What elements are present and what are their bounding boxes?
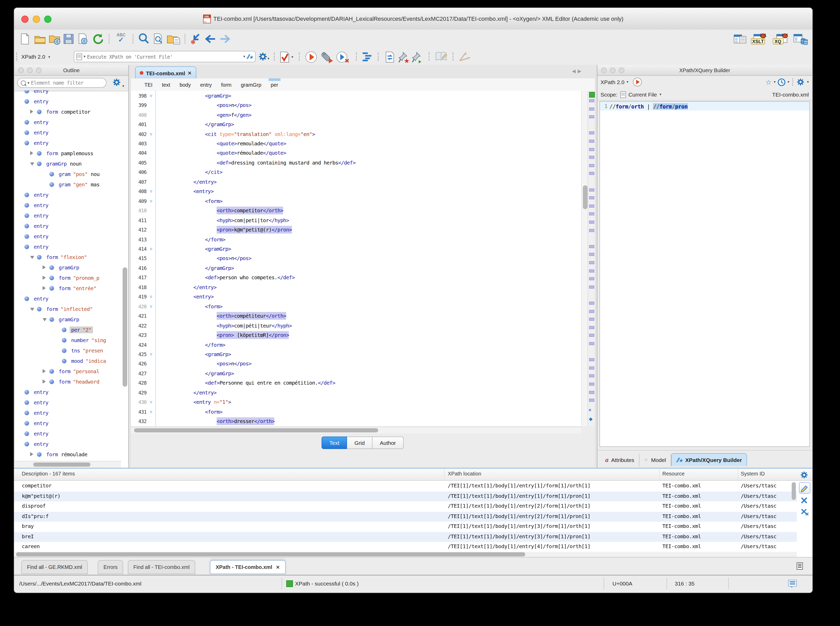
expand-icon[interactable] bbox=[42, 264, 47, 270]
pin-bookmark-green-icon[interactable] bbox=[412, 51, 423, 63]
editor-line-427[interactable]: 427</gramGrp> bbox=[131, 369, 581, 378]
editor-line-411[interactable]: 411<hyph>com|peti|tor</hyph> bbox=[131, 215, 581, 225]
result-marker[interactable] bbox=[589, 358, 594, 361]
editor-line-416[interactable]: 416</gramGrp> bbox=[131, 263, 581, 273]
pin-bookmark-red-icon[interactable]: ★ bbox=[399, 51, 410, 63]
results-settings-gear-icon[interactable] bbox=[800, 471, 808, 479]
outline-item-form[interactable]: form"entrée" bbox=[14, 283, 121, 293]
debug-xq-icon[interactable]: XQ bbox=[772, 33, 789, 45]
editor-line-419[interactable]: 419▽<entry> bbox=[131, 292, 581, 302]
editor-line-422[interactable]: 422<hyph>com|péti|teur</hyph> bbox=[131, 321, 581, 330]
forward-icon[interactable] bbox=[219, 33, 231, 45]
expand-icon[interactable] bbox=[30, 150, 35, 156]
database-perspective-icon[interactable] bbox=[793, 33, 806, 45]
favorites-star-icon[interactable]: ☆ bbox=[766, 78, 772, 86]
editor-line-402[interactable]: 402▽<cit type="translation" xml:lang="en… bbox=[131, 129, 581, 139]
mode-tab-author[interactable]: Author bbox=[372, 437, 404, 449]
outline-item-gram[interactable]: gram"pos"nou bbox=[14, 169, 121, 179]
editor-line-405[interactable]: 405<def>dressing containing mustard and … bbox=[131, 158, 581, 167]
collapse-icon[interactable] bbox=[30, 254, 35, 260]
result-marker[interactable] bbox=[589, 99, 594, 102]
refresh-icon[interactable] bbox=[92, 33, 104, 45]
spell-check-button[interactable]: ABC ✓ bbox=[114, 33, 128, 45]
outline-header[interactable]: Outline bbox=[14, 65, 128, 76]
tab-tei-combo[interactable]: TEI-combo.xml ✕ bbox=[135, 66, 196, 79]
expand-icon[interactable] bbox=[30, 451, 35, 457]
editor-line-404[interactable]: 404<quote>rémoulade</quote> bbox=[131, 148, 581, 158]
outline-item-tns[interactable]: tns"presen bbox=[14, 345, 121, 355]
save-url-button[interactable] bbox=[77, 33, 90, 45]
breadcrumb-item-TEI[interactable]: TEI bbox=[144, 82, 152, 88]
fold-toggle-icon[interactable]: ▽ bbox=[146, 199, 155, 203]
titlebar[interactable]: TEI-combo.xml [/Users/ttasovac/Developme… bbox=[14, 8, 812, 30]
fold-toggle-icon[interactable]: ▽ bbox=[146, 352, 155, 357]
new-file-button[interactable] bbox=[19, 33, 32, 45]
result-marker[interactable] bbox=[589, 399, 594, 402]
collapse-icon[interactable] bbox=[30, 306, 35, 312]
debug-scenario-button[interactable] bbox=[336, 51, 350, 63]
editor-line-417[interactable]: 417<def>person who competes.</def> bbox=[131, 273, 581, 282]
outline-horizontal-scrollbar[interactable] bbox=[33, 463, 90, 466]
result-marker[interactable] bbox=[589, 156, 594, 159]
editor-line-414[interactable]: 414▽<gramGrp> bbox=[131, 244, 581, 254]
close-all-results-icon[interactable] bbox=[801, 508, 809, 515]
outline-item-entry[interactable]: entry bbox=[14, 189, 121, 200]
overview-ruler[interactable]: × ❖ bbox=[587, 91, 595, 426]
result-marker[interactable] bbox=[589, 228, 594, 232]
expand-icon[interactable] bbox=[42, 368, 47, 374]
validate-button[interactable] bbox=[279, 51, 290, 63]
editor-line-407[interactable]: 407</entry> bbox=[131, 177, 581, 186]
result-marker[interactable] bbox=[589, 277, 594, 280]
fold-toggle-icon[interactable]: ▽ bbox=[146, 131, 155, 136]
outline-item-form[interactable]: form"pronom_p bbox=[14, 272, 121, 283]
expand-icon[interactable] bbox=[42, 275, 47, 280]
outline-vertical-scrollbar[interactable] bbox=[122, 267, 127, 387]
result-marker[interactable] bbox=[589, 253, 594, 256]
outline-item-entry[interactable]: entry bbox=[14, 293, 121, 304]
result-marker[interactable] bbox=[589, 115, 594, 118]
result-marker[interactable] bbox=[589, 318, 594, 321]
xpath-version-select[interactable]: XPath 2.0 bbox=[21, 53, 45, 60]
xpath-expression-combo[interactable]: ▾ Execute XPath on 'Current File' ▾ ⫽★ bbox=[74, 51, 256, 62]
builder-run-button[interactable] bbox=[633, 77, 642, 87]
view-menu-icon[interactable] bbox=[796, 562, 803, 570]
result-marker[interactable] bbox=[589, 342, 594, 345]
result-marker[interactable] bbox=[589, 164, 594, 167]
panel-tab-attributes[interactable]: aAttributes bbox=[601, 454, 639, 466]
outline-item-entry[interactable]: entry bbox=[14, 418, 121, 428]
outline-item-gramGrp[interactable]: gramGrp bbox=[14, 262, 121, 272]
editor-line-408[interactable]: 408▽<entry> bbox=[131, 186, 581, 196]
editor-line-426[interactable]: 426<pos>n</pos> bbox=[131, 359, 581, 369]
outline-item-mood[interactable]: mood"indica bbox=[14, 355, 121, 366]
editor-line-420[interactable]: 420▽<form> bbox=[131, 302, 581, 311]
search-icon[interactable] bbox=[138, 33, 150, 45]
history-clock-icon[interactable] bbox=[778, 78, 785, 86]
bottom-tab-errors[interactable]: Errors bbox=[98, 560, 123, 574]
result-row[interactable]: competitor/TEI[1]/text[1]/body[1]/entry[… bbox=[14, 481, 797, 491]
collapse-icon[interactable] bbox=[42, 316, 47, 322]
outline-item-gram[interactable]: gram"gen"mas bbox=[14, 179, 121, 189]
fold-toggle-icon[interactable]: ▽ bbox=[146, 247, 155, 251]
outline-item-entry[interactable]: entry bbox=[14, 127, 121, 138]
editor-line-431[interactable]: 431▽<form> bbox=[131, 407, 581, 416]
breadcrumb-item-text[interactable]: text bbox=[162, 82, 170, 88]
editor-layout-icon[interactable] bbox=[733, 33, 746, 45]
expand-icon[interactable] bbox=[30, 109, 35, 114]
editor-line-418[interactable]: 418</entry> bbox=[131, 282, 581, 292]
angle-tool-icon[interactable] bbox=[459, 52, 471, 62]
result-marker[interactable] bbox=[589, 188, 594, 191]
panel-tab-model[interactable]: ⁘Model bbox=[639, 454, 671, 466]
collapse-icon[interactable] bbox=[30, 161, 35, 166]
outline-item-entry[interactable]: entry bbox=[14, 407, 121, 418]
editor-line-421[interactable]: 421<orth>compétiteur</orth> bbox=[131, 311, 581, 321]
outline-item-entry[interactable]: entry bbox=[14, 397, 121, 407]
result-marker[interactable] bbox=[589, 302, 594, 305]
panel-tab-xpath-xquery-builder[interactable]: ⫽★XPath/XQuery Builder bbox=[671, 453, 747, 466]
result-marker[interactable] bbox=[589, 131, 594, 135]
ruler-close-icon[interactable]: × bbox=[589, 407, 592, 413]
outline-item-form[interactable]: formcompetitor bbox=[14, 106, 121, 117]
outline-item-entry[interactable]: entry bbox=[14, 138, 121, 148]
outline-item-entry[interactable]: entry bbox=[14, 241, 121, 252]
editor-line-423[interactable]: 423<pron> [köpetitœR]</pron> bbox=[131, 330, 581, 340]
result-marker[interactable] bbox=[589, 213, 594, 216]
